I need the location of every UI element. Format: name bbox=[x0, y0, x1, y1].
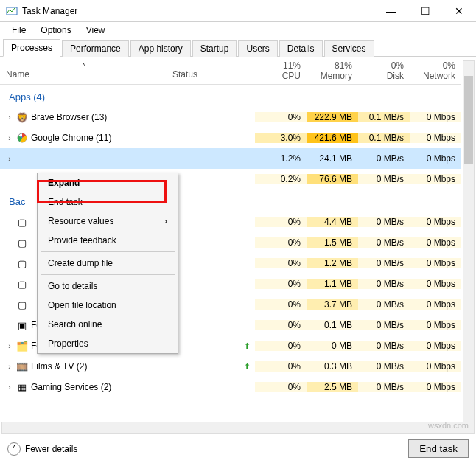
menu-view[interactable]: View bbox=[79, 24, 113, 37]
table-row[interactable]: ›▦Gaming Services (2) 0%2.5 MB0 MB/s0 Mb… bbox=[0, 377, 461, 392]
col-disk[interactable]: 0%Disk bbox=[358, 57, 410, 84]
col-memory[interactable]: 81%Memory bbox=[307, 57, 358, 84]
col-cpu[interactable]: 11%CPU bbox=[255, 57, 307, 84]
ctx-search-online[interactable]: Search online bbox=[38, 315, 178, 334]
group-apps[interactable]: Apps (4) bbox=[0, 85, 461, 107]
app-icon bbox=[16, 153, 28, 164]
menu-file[interactable]: File bbox=[4, 24, 33, 37]
brave-icon: 🦁 bbox=[16, 111, 28, 123]
ctx-open-file-location[interactable]: Open file location bbox=[38, 296, 178, 315]
tab-details[interactable]: Details bbox=[279, 40, 323, 57]
taskmgr-icon bbox=[6, 5, 18, 17]
chevron-up-icon: ˄ bbox=[7, 442, 21, 456]
table-row[interactable]: ›🦁Brave Browser (13) 0% 222.9 MB 0.1 MB/… bbox=[0, 107, 461, 128]
menu-options[interactable]: Options bbox=[33, 24, 78, 37]
ctx-end-task[interactable]: End task bbox=[38, 192, 178, 212]
close-button[interactable]: ✕ bbox=[442, 0, 476, 22]
table-row-selected[interactable]: › 1.2% 24.1 MB 0 MB/s 0 Mbps bbox=[0, 148, 461, 169]
status-bar: ˄ Fewer details End task bbox=[0, 434, 476, 463]
tab-services[interactable]: Services bbox=[324, 40, 374, 57]
app-icon: ▢ bbox=[16, 299, 28, 310]
minimize-button[interactable]: — bbox=[374, 0, 408, 22]
tab-app-history[interactable]: App history bbox=[130, 40, 191, 57]
gaming-icon: ▦ bbox=[16, 381, 28, 392]
context-menu: Expand End task Resource values› Provide… bbox=[37, 173, 178, 354]
separator bbox=[41, 251, 175, 252]
ctx-go-to-details[interactable]: Go to details bbox=[38, 276, 178, 296]
chevron-right-icon[interactable]: › bbox=[6, 342, 13, 350]
column-headers: ˄ Name Status 11%CPU 81%Memory 0%Disk 0%… bbox=[0, 57, 461, 85]
submenu-arrow-icon: › bbox=[164, 216, 167, 226]
app-icon: ▢ bbox=[16, 257, 28, 269]
end-task-button[interactable]: End task bbox=[408, 439, 469, 458]
separator bbox=[41, 274, 175, 275]
tab-strip: Processes Performance App history Startu… bbox=[0, 38, 476, 57]
ctx-provide-feedback[interactable]: Provide feedback bbox=[38, 231, 178, 250]
leaf-icon: ⬆ bbox=[244, 341, 251, 350]
col-status[interactable]: Status bbox=[167, 57, 255, 84]
chevron-right-icon[interactable]: › bbox=[6, 114, 13, 122]
tab-users[interactable]: Users bbox=[238, 40, 277, 57]
vertical-scrollbar[interactable] bbox=[463, 60, 475, 425]
table-row[interactable]: ›🎞️Films & TV (2) ⬆ 0%0.3 MB0 MB/s0 Mbps bbox=[0, 356, 461, 377]
ctx-properties[interactable]: Properties bbox=[38, 334, 178, 353]
fewer-details-button[interactable]: ˄ Fewer details bbox=[7, 442, 77, 456]
tab-processes[interactable]: Processes bbox=[3, 39, 60, 57]
chrome-icon bbox=[16, 132, 28, 144]
leaf-icon: ⬆ bbox=[244, 362, 251, 371]
scrollbar-thumb[interactable] bbox=[464, 76, 473, 164]
app-icon: ▢ bbox=[16, 216, 28, 228]
tab-performance[interactable]: Performance bbox=[62, 40, 129, 57]
chevron-right-icon[interactable]: › bbox=[6, 383, 13, 391]
box-icon: ▣ bbox=[16, 319, 28, 331]
maximize-button[interactable]: ☐ bbox=[408, 0, 442, 22]
table-row[interactable]: ›Google Chrome (11) 3.0% 421.6 MB 0.1 MB… bbox=[0, 128, 461, 148]
app-icon: ▢ bbox=[16, 237, 28, 248]
films-tv-icon: 🎞️ bbox=[16, 361, 28, 372]
window-title: Task Manager bbox=[22, 6, 374, 16]
ctx-resource-values[interactable]: Resource values› bbox=[38, 212, 178, 231]
col-network[interactable]: 0%Network bbox=[410, 57, 461, 84]
app-icon: ▢ bbox=[16, 278, 28, 290]
chevron-right-icon[interactable]: › bbox=[6, 155, 13, 163]
feeds-icon: 🗂️ bbox=[16, 340, 28, 352]
chevron-right-icon[interactable]: › bbox=[6, 363, 13, 371]
chevron-right-icon[interactable]: › bbox=[6, 134, 13, 142]
watermark: wsxdn.com bbox=[428, 421, 469, 430]
col-name[interactable]: ˄ Name bbox=[0, 57, 167, 84]
tab-startup[interactable]: Startup bbox=[192, 40, 237, 57]
ctx-create-dump-file[interactable]: Create dump file bbox=[38, 254, 178, 273]
ctx-expand[interactable]: Expand bbox=[38, 173, 178, 192]
horizontal-scrollbar[interactable] bbox=[1, 422, 475, 434]
titlebar: Task Manager — ☐ ✕ bbox=[0, 0, 476, 22]
menubar: File Options View bbox=[0, 22, 476, 38]
